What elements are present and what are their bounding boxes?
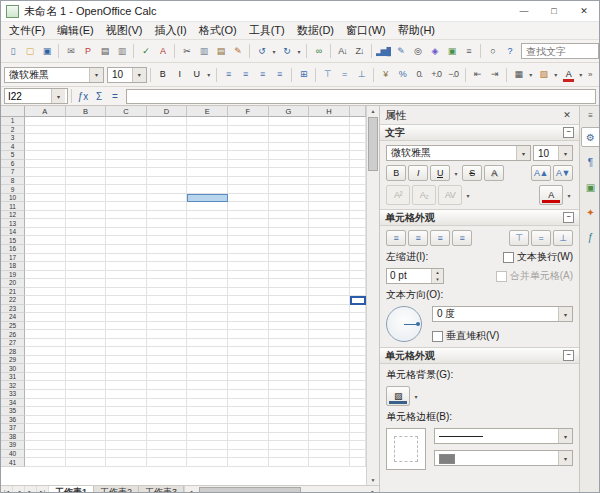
help-icon[interactable]: ? (501, 42, 518, 60)
cell-A35[interactable] (25, 407, 66, 416)
row-header-31[interactable]: 31 (1, 373, 25, 382)
cell-H19[interactable] (309, 271, 350, 280)
underline-icon-dropdown-icon[interactable]: ▾ (205, 71, 213, 78)
delete-decimal-icon[interactable]: −.0 (445, 66, 462, 84)
spin-up-icon[interactable]: ▴ (432, 269, 443, 276)
cell-D23[interactable] (147, 305, 188, 314)
cell-E5[interactable] (187, 151, 228, 160)
cell-A5[interactable] (25, 151, 66, 160)
cell-E19[interactable] (187, 271, 228, 280)
cell-B2[interactable] (66, 126, 107, 135)
cell-E27[interactable] (187, 339, 228, 348)
cell-C25[interactable] (106, 322, 147, 331)
row-header-21[interactable]: 21 (1, 288, 25, 297)
cell-A21[interactable] (25, 288, 66, 297)
sidebar-close-icon[interactable]: ✕ (560, 110, 574, 120)
cell-B23[interactable] (66, 305, 107, 314)
row-header-4[interactable]: 4 (1, 143, 25, 152)
cell-F12[interactable] (228, 211, 269, 220)
row-header-2[interactable]: 2 (1, 126, 25, 135)
row-header-7[interactable]: 7 (1, 168, 25, 177)
cell-G38[interactable] (269, 433, 310, 442)
cell-H41[interactable] (309, 458, 350, 467)
column-header-D[interactable]: D (147, 106, 188, 117)
cell-A15[interactable] (25, 236, 66, 245)
background-color-icon[interactable]: ▨ (535, 66, 552, 84)
cell-H18[interactable] (309, 262, 350, 271)
cell-D28[interactable] (147, 347, 188, 356)
cell-B10[interactable] (66, 194, 107, 203)
cell-F9[interactable] (228, 185, 269, 194)
cell-B4[interactable] (66, 143, 107, 152)
cell-A13[interactable] (25, 219, 66, 228)
menu-item-0[interactable]: 文件(F) (3, 22, 51, 39)
cell-G20[interactable] (269, 279, 310, 288)
cell-A11[interactable] (25, 202, 66, 211)
italic-button[interactable]: I (408, 165, 428, 181)
cell-I38[interactable] (350, 433, 366, 442)
cell-D22[interactable] (147, 296, 188, 305)
cell-I3[interactable] (350, 134, 366, 143)
cell-E41[interactable] (187, 458, 228, 467)
cell-D1[interactable] (147, 117, 188, 126)
cell-E2[interactable] (187, 126, 228, 135)
cell-F19[interactable] (228, 271, 269, 280)
cell-H10[interactable] (309, 194, 350, 203)
cell-E25[interactable] (187, 322, 228, 331)
underline-button-dropdown-icon[interactable]: ▾ (452, 170, 460, 177)
copy-icon[interactable]: ▥ (195, 42, 212, 60)
cell-H20[interactable] (309, 279, 350, 288)
cell-F5[interactable] (228, 151, 269, 160)
cell-E28[interactable] (187, 347, 228, 356)
cell-H6[interactable] (309, 160, 350, 169)
cell-A38[interactable] (25, 433, 66, 442)
print-icon[interactable]: ▤ (96, 42, 113, 60)
cell-I17[interactable] (350, 254, 366, 263)
cell-C41[interactable] (106, 458, 147, 467)
scroll-up-icon[interactable]: ▲ (367, 106, 379, 116)
cell-D14[interactable] (147, 228, 188, 237)
cell-C35[interactable] (106, 407, 147, 416)
cell-G4[interactable] (269, 143, 310, 152)
cell-G16[interactable] (269, 245, 310, 254)
cell-G2[interactable] (269, 126, 310, 135)
draw-functions-icon[interactable]: ✎ (392, 42, 409, 60)
cell-E17[interactable] (187, 254, 228, 263)
cell-H29[interactable] (309, 356, 350, 365)
cell-I27[interactable] (350, 339, 366, 348)
menu-item-5[interactable]: 工具(T) (243, 22, 291, 39)
row-header-32[interactable]: 32 (1, 381, 25, 390)
column-header-partial[interactable] (350, 106, 366, 117)
underline-icon[interactable]: U (188, 66, 205, 84)
row-header-8[interactable]: 8 (1, 177, 25, 186)
cell-C30[interactable] (106, 364, 147, 373)
cell-D36[interactable] (147, 416, 188, 425)
cell-E7[interactable] (187, 168, 228, 177)
sheet-nav-next-button[interactable]: ▶ (25, 486, 37, 493)
cell-C4[interactable] (106, 143, 147, 152)
cell-A4[interactable] (25, 143, 66, 152)
cell-D31[interactable] (147, 373, 188, 382)
cell-H7[interactable] (309, 168, 350, 177)
cell-A22[interactable] (25, 296, 66, 305)
cell-E30[interactable] (187, 364, 228, 373)
cell-G22[interactable] (269, 296, 310, 305)
cell-E9[interactable] (187, 185, 228, 194)
cell-F25[interactable] (228, 322, 269, 331)
cell-C12[interactable] (106, 211, 147, 220)
cell-A23[interactable] (25, 305, 66, 314)
cell-B13[interactable] (66, 219, 107, 228)
row-header-16[interactable]: 16 (1, 245, 25, 254)
cell-C29[interactable] (106, 356, 147, 365)
cell-G37[interactable] (269, 424, 310, 433)
cell-G13[interactable] (269, 219, 310, 228)
row-header-24[interactable]: 24 (1, 313, 25, 322)
row-header-5[interactable]: 5 (1, 151, 25, 160)
cell-H38[interactable] (309, 433, 350, 442)
merge-cells-checkbox[interactable] (496, 271, 507, 282)
align-right-button[interactable]: ≡ (430, 230, 450, 246)
cell-G15[interactable] (269, 236, 310, 245)
shadow-button[interactable]: A (484, 165, 504, 181)
row-header-40[interactable]: 40 (1, 450, 25, 459)
cell-G41[interactable] (269, 458, 310, 467)
